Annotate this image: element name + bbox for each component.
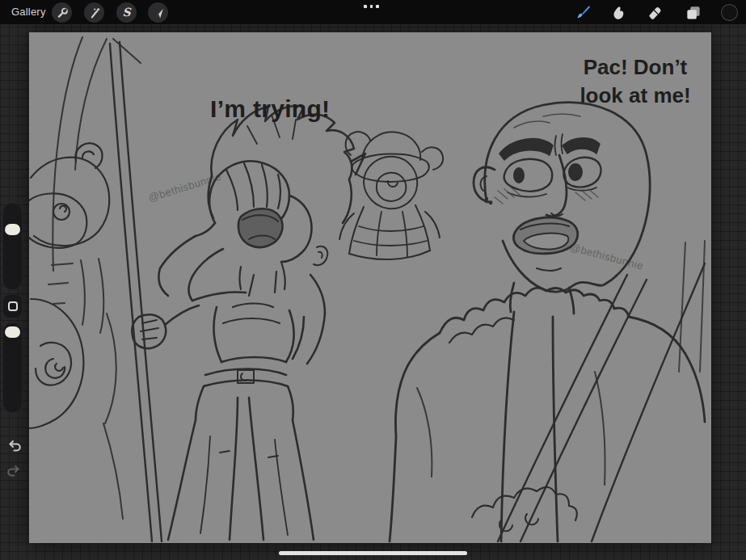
redo-button[interactable] (6, 464, 22, 481)
actions-button[interactable] (52, 2, 72, 23)
speech-text-left: I’m trying! (210, 95, 330, 123)
multitask-indicator[interactable] (364, 5, 379, 8)
color-button[interactable] (720, 3, 738, 21)
top-toolbar: Gallery S (0, 0, 746, 24)
speech-text-right-line2: look at me! (566, 82, 705, 110)
undo-arrow-icon (6, 439, 22, 453)
dot (376, 5, 379, 8)
background-lines-sketch (48, 37, 141, 519)
layers-icon (685, 4, 702, 21)
modify-square-icon (8, 301, 18, 311)
brush-size-slider[interactable] (2, 203, 23, 290)
adjustments-button[interactable] (84, 2, 104, 23)
selections-button[interactable]: S (116, 2, 137, 23)
left-character-sketch (132, 106, 365, 540)
dot (364, 5, 367, 8)
redo-arrow-icon (6, 464, 22, 478)
eraser-icon (647, 4, 664, 21)
procreate-app-screen: Gallery S (0, 0, 746, 560)
paintbrush-icon (574, 3, 592, 21)
magic-wand-icon (88, 6, 101, 19)
transform-button[interactable] (148, 2, 168, 23)
erase-tool-button[interactable] (646, 3, 664, 21)
drawing-canvas[interactable]: I’m trying! Pac! Don’t look at me! @beth… (29, 32, 711, 543)
brush-size-slider-handle[interactable] (5, 224, 20, 235)
selection-s-icon: S (122, 6, 130, 18)
teddy-bear-sketch (29, 143, 109, 248)
arrow-cursor-icon (152, 6, 165, 19)
plush-toy-sketch (339, 132, 443, 259)
plush-blob-sketch (29, 299, 83, 428)
undo-button[interactable] (6, 439, 22, 456)
dot (370, 5, 373, 8)
paint-tool-button[interactable] (574, 3, 592, 21)
speech-text-right: Pac! Don’t look at me! (566, 53, 705, 110)
home-indicator[interactable] (279, 551, 467, 555)
layers-button[interactable] (684, 3, 702, 21)
smudge-tool-button[interactable] (609, 3, 627, 21)
gallery-button[interactable]: Gallery (11, 6, 46, 18)
current-color-swatch (721, 4, 738, 21)
speech-text-right-line1: Pac! Don’t (566, 53, 705, 82)
wrench-icon (56, 6, 69, 19)
pole-sketch (110, 42, 162, 541)
smudge-finger-icon (610, 4, 627, 21)
modify-button[interactable] (2, 294, 23, 318)
opacity-slider-handle[interactable] (5, 326, 20, 338)
